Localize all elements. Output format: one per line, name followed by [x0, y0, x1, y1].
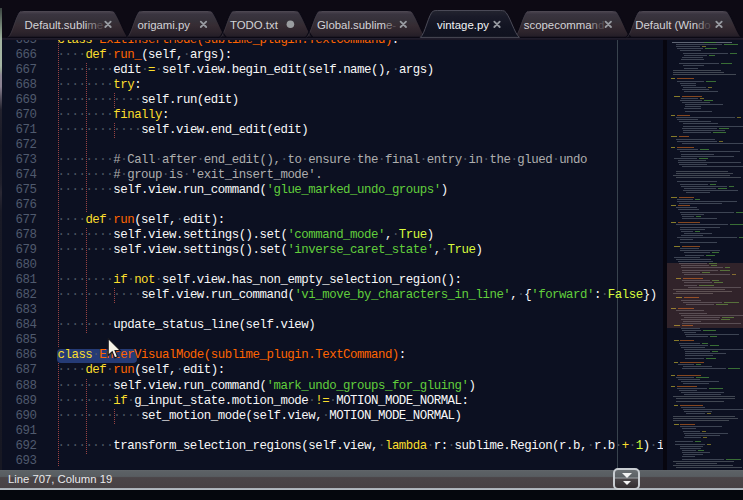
svg-text:Default (Windo: Default (Windo [635, 19, 710, 31]
svg-text:vintage.py: vintage.py [437, 19, 489, 31]
svg-text:Default.sublime: Default.sublime [25, 19, 104, 31]
svg-text:scopecommand: scopecommand [524, 19, 604, 31]
svg-text:TODO.txt: TODO.txt [230, 19, 279, 31]
svg-text:origami.py: origami.py [138, 19, 191, 31]
svg-text:Global.sublime-: Global.sublime- [317, 19, 396, 31]
